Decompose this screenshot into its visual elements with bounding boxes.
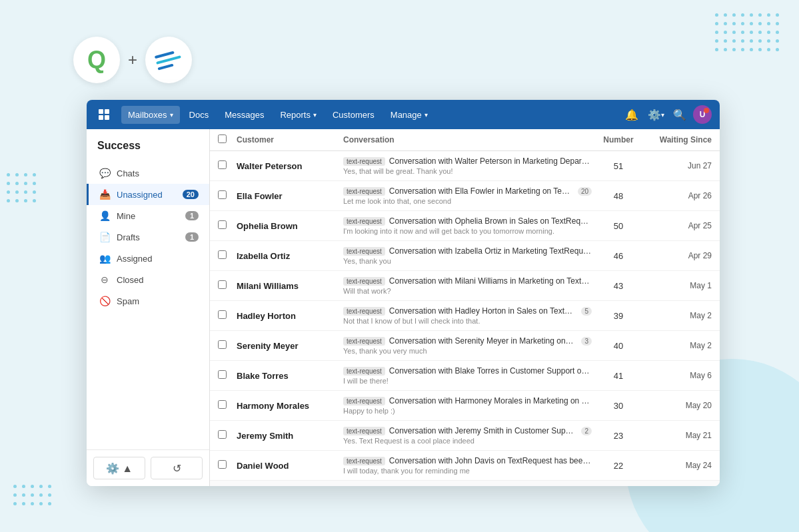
waiting-since: May 6 — [645, 371, 712, 380]
conv-number: 23 — [592, 431, 645, 441]
row-select-checkbox[interactable] — [218, 460, 227, 469]
row-select-checkbox[interactable] — [218, 250, 227, 259]
table-header: Customer Conversation Number Waiting Sin… — [210, 129, 720, 151]
conv-tag: text-request — [343, 397, 385, 405]
app-window: Mailboxes ▾ Docs Messages Reports ▾ Cust… — [87, 100, 720, 486]
select-all-checkbox[interactable] — [218, 134, 227, 143]
spam-icon: 🚫 — [99, 296, 110, 306]
row-checkbox — [218, 459, 237, 471]
table-row[interactable]: Jeremy Smith text-request Conversation w… — [210, 421, 720, 451]
table-row[interactable]: Milani Williams text-request Conversatio… — [210, 271, 720, 301]
row-select-checkbox[interactable] — [218, 220, 227, 229]
sidebar-item-spam[interactable]: 🚫 Spam — [87, 290, 209, 312]
settings-button[interactable]: ⚙️ ▾ — [645, 104, 666, 125]
avatar-badge — [704, 108, 709, 113]
conv-number: 46 — [592, 251, 645, 261]
conv-preview: Will that work? — [343, 287, 592, 295]
table-row[interactable]: Blake Torres text-request Conversation w… — [210, 361, 720, 391]
search-button[interactable]: 🔍 — [669, 104, 690, 125]
row-checkbox — [218, 280, 237, 292]
nav-logo-icon — [97, 108, 111, 121]
sidebar-item-closed[interactable]: ⊖ Closed — [87, 269, 209, 290]
sidebar-item-drafts[interactable]: 📄 Drafts 1 — [87, 226, 209, 248]
nav-messages[interactable]: Messages — [218, 106, 271, 124]
waiting-since: May 21 — [645, 431, 712, 440]
customer-name: Hadley Horton — [237, 311, 343, 321]
drafts-icon: 📄 — [99, 232, 110, 242]
row-select-checkbox[interactable] — [218, 310, 227, 319]
waiting-since: May 1 — [645, 281, 712, 290]
nav-mailboxes[interactable]: Mailboxes ▾ — [121, 106, 180, 124]
conv-preview: I will be there! — [343, 377, 592, 385]
sidebar-item-unassigned[interactable]: 📥 Unassigned 20 — [87, 184, 209, 205]
conv-tag: text-request — [343, 217, 385, 226]
th-checkbox — [218, 134, 237, 145]
table-row[interactable]: Hadley Horton text-request Conversation … — [210, 301, 720, 331]
customer-name: Harmony Morales — [237, 401, 343, 411]
conv-number: 51 — [592, 161, 645, 171]
row-select-checkbox[interactable] — [218, 160, 227, 169]
conv-top: text-request Conversation with Hadley Ho… — [343, 306, 592, 316]
conv-top: text-request Conversation with Walter Pe… — [343, 156, 592, 166]
conv-title: Conversation with John Davis on TextRequ… — [389, 456, 592, 465]
table-row[interactable]: Serenity Meyer text-request Conversation… — [210, 331, 720, 361]
svg-rect-0 — [99, 109, 103, 114]
svg-rect-3 — [105, 115, 109, 120]
sidebar-item-assigned[interactable]: 👥 Assigned — [87, 248, 209, 269]
chevron-down-icon-settings: ▾ — [661, 111, 664, 119]
conv-tag: text-request — [343, 337, 385, 346]
sidebar-item-chats[interactable]: 💬 Chats — [87, 162, 209, 184]
row-checkbox — [218, 340, 237, 352]
conv-badge: 20 — [578, 187, 592, 196]
conv-top: text-request Conversation with Izabella … — [343, 246, 592, 256]
row-select-checkbox[interactable] — [218, 430, 227, 439]
row-select-checkbox[interactable] — [218, 400, 227, 409]
user-avatar[interactable]: U — [693, 105, 712, 124]
table-row[interactable]: Izabella Ortiz text-request Conversation… — [210, 241, 720, 271]
table-row[interactable]: Ophelia Brown text-request Conversation … — [210, 211, 720, 241]
row-select-checkbox[interactable] — [218, 340, 227, 349]
row-checkbox — [218, 370, 237, 382]
conv-badge: 2 — [581, 427, 592, 435]
row-checkbox — [218, 429, 237, 441]
conv-preview: Yes, thank you very much — [343, 347, 592, 355]
row-select-checkbox[interactable] — [218, 280, 227, 289]
nav-customers[interactable]: Customers — [326, 106, 381, 124]
nav-reports[interactable]: Reports ▾ — [273, 106, 323, 124]
nav-manage[interactable]: Manage ▾ — [384, 106, 434, 124]
new-conversation-button[interactable]: ↺ — [151, 457, 203, 479]
conv-tag: text-request — [343, 307, 385, 316]
conv-top: text-request Conversation with Ella Fowl… — [343, 186, 592, 196]
plus-sign: + — [128, 51, 137, 69]
svg-rect-1 — [105, 109, 109, 114]
main-content: Customer Conversation Number Waiting Sin… — [210, 129, 720, 486]
conv-tag: text-request — [343, 277, 385, 286]
chevron-down-icon-manage: ▾ — [424, 111, 428, 119]
conv-tag: text-request — [343, 427, 385, 435]
row-select-checkbox[interactable] — [218, 370, 227, 379]
table-row[interactable]: Daniel Wood text-request Conversation wi… — [210, 451, 720, 481]
q-logo: Q — [73, 37, 120, 83]
conv-preview: I'm looking into it now and will get bac… — [343, 227, 592, 235]
table-row[interactable]: Harmony Morales text-request Conversatio… — [210, 391, 720, 421]
conv-tag: text-request — [343, 457, 385, 465]
waiting-since: May 20 — [645, 401, 712, 410]
conv-preview: Yes, thank you — [343, 257, 592, 265]
conv-number: 50 — [592, 221, 645, 231]
conv-number: 43 — [592, 281, 645, 291]
customer-name: Milani Williams — [237, 281, 343, 291]
nav-docs[interactable]: Docs — [183, 106, 216, 124]
conv-preview: Let me look into that, one second — [343, 197, 592, 205]
row-select-checkbox[interactable] — [218, 190, 227, 199]
th-waiting-since: Waiting Since — [645, 135, 712, 144]
table-row[interactable]: Ella Fowler text-request Conversation wi… — [210, 181, 720, 211]
conversation-cell: text-request Conversation with Jeremy Sm… — [343, 426, 592, 445]
sidebar-item-mine[interactable]: 👤 Mine 1 — [87, 205, 209, 226]
sidebar-item-drafts-label: Drafts — [117, 232, 140, 242]
conv-title: Conversation with Ella Fowler in Marketi… — [389, 186, 571, 196]
settings-footer-button[interactable]: ⚙️ ▲ — [93, 457, 145, 479]
table-row[interactable]: Walter Peterson text-request Conversatio… — [210, 151, 720, 181]
conversation-cell: text-request Conversation with Walter Pe… — [343, 156, 592, 175]
notification-button[interactable]: 🔔 — [621, 104, 642, 125]
sidebar-item-chats-label: Chats — [117, 168, 139, 178]
